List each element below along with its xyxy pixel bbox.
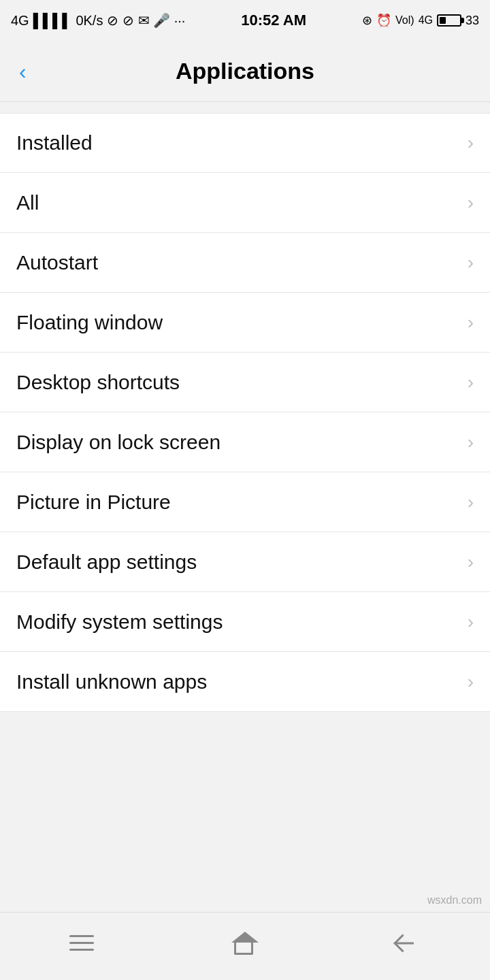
chevron-right-icon: › [468, 553, 474, 572]
lte-icon: 4G [419, 14, 433, 27]
menu-item-label-autostart: Autostart [16, 251, 98, 274]
chevron-right-icon: › [468, 313, 474, 332]
signal-bars: ▌▌▌▌ [33, 13, 72, 29]
menu-item-picture-in-picture[interactable]: Picture in Picture› [0, 472, 490, 532]
signal-text: 4G [11, 13, 29, 29]
chevron-right-icon: › [468, 133, 474, 152]
alarm-icon: ⏰ [376, 13, 391, 28]
data-speed: 0K/s [76, 13, 103, 29]
back-nav-icon [396, 934, 421, 953]
battery-percent: 33 [466, 14, 479, 28]
chevron-right-icon: › [468, 193, 474, 212]
menu-item-default-app-settings[interactable]: Default app settings› [0, 532, 490, 592]
menu-item-label-installed: Installed [16, 131, 93, 154]
status-time: 10:52 AM [185, 12, 362, 29]
menu-item-display-on-lock-screen[interactable]: Display on lock screen› [0, 412, 490, 472]
menu-item-autostart[interactable]: Autostart› [0, 233, 490, 293]
menu-item-label-picture-in-picture: Picture in Picture [16, 491, 171, 514]
battery-fill [440, 17, 446, 24]
chevron-right-icon: › [468, 253, 474, 272]
menu-item-install-unknown-apps[interactable]: Install unknown apps› [0, 652, 490, 712]
status-bar: 4G ▌▌▌▌ 0K/s ⊘ ⊘ ✉ 🎤 ··· 10:52 AM ⊛ ⏰ Vo… [0, 0, 490, 41]
back-button[interactable]: ‹ [14, 55, 32, 88]
bluetooth-icon: ⊛ [362, 13, 372, 28]
menu-item-label-default-app-settings: Default app settings [16, 551, 197, 574]
page-title: Applications [176, 58, 314, 84]
menu-icon [69, 935, 94, 951]
app-header: ‹ Applications [0, 41, 490, 102]
menu-item-label-desktop-shortcuts: Desktop shortcuts [16, 371, 180, 394]
menu-item-label-modify-system-settings: Modify system settings [16, 610, 223, 634]
menu-item-desktop-shortcuts[interactable]: Desktop shortcuts› [0, 353, 490, 412]
status-left: 4G ▌▌▌▌ 0K/s ⊘ ⊘ ✉ 🎤 ··· [11, 12, 185, 29]
menu-item-floating-window[interactable]: Floating window› [0, 293, 490, 353]
home-icon [233, 932, 257, 955]
menu-list: Installed›All›Autostart›Floating window›… [0, 102, 490, 912]
status-icons: ⊘ ⊘ ✉ 🎤 ··· [107, 12, 185, 29]
menu-item-label-display-on-lock-screen: Display on lock screen [16, 431, 220, 454]
menu-item-modify-system-settings[interactable]: Modify system settings› [0, 592, 490, 652]
menu-item-all[interactable]: All› [0, 173, 490, 233]
chevron-right-icon: › [468, 672, 474, 691]
menu-item-installed[interactable]: Installed› [0, 113, 490, 173]
battery-icon [437, 14, 461, 27]
volte-icon: Vol) [395, 14, 414, 27]
chevron-right-icon: › [468, 373, 474, 392]
nav-home-button[interactable] [218, 923, 272, 964]
menu-item-label-install-unknown-apps: Install unknown apps [16, 670, 207, 693]
chevron-right-icon: › [468, 612, 474, 632]
bottom-nav [0, 912, 490, 980]
watermark: wsxdn.com [427, 894, 482, 906]
status-right: ⊛ ⏰ Vol) 4G 33 [362, 13, 479, 28]
chevron-right-icon: › [468, 493, 474, 512]
menu-item-label-all: All [16, 191, 39, 214]
nav-back-button[interactable] [381, 923, 436, 964]
chevron-right-icon: › [468, 433, 474, 452]
menu-item-label-floating-window: Floating window [16, 311, 163, 334]
nav-menu-button[interactable] [54, 923, 109, 964]
